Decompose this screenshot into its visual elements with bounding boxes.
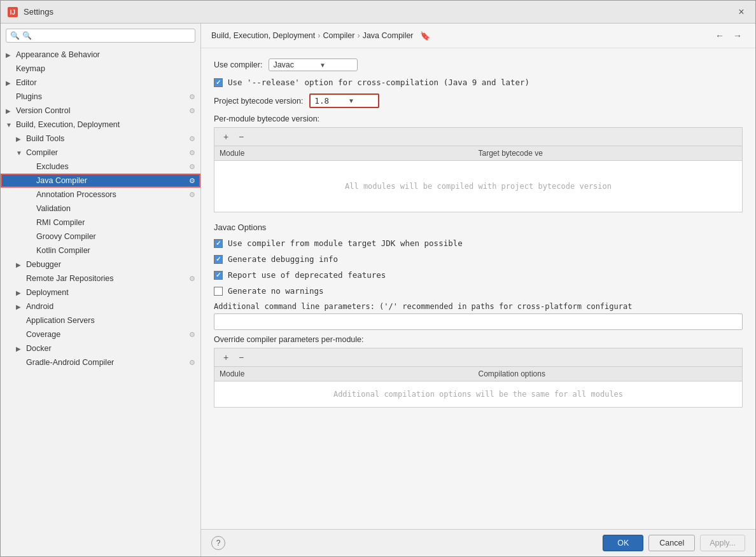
sidebar-item-remote-jar[interactable]: Remote Jar Repositories ⚙ xyxy=(1,272,200,285)
expand-arrow: ▶ xyxy=(16,289,26,296)
sidebar-tree: ▶ Appearance & Behavior Keymap ▶ Editor … xyxy=(1,46,200,556)
override-table-body: Additional compilation options will be t… xyxy=(214,382,742,407)
sidebar-item-build-execution[interactable]: ▼ Build, Execution, Deployment xyxy=(1,118,200,132)
add-override-button[interactable]: + xyxy=(220,351,232,364)
sidebar-item-coverage[interactable]: Coverage ⚙ xyxy=(1,327,200,341)
back-button[interactable]: ← xyxy=(712,29,727,43)
sidebar-item-label: Build Tools xyxy=(26,134,186,143)
expand-arrow: ▶ xyxy=(16,261,26,268)
sidebar-item-build-tools[interactable]: ▶ Build Tools ⚙ xyxy=(1,132,200,146)
sidebar-item-validation[interactable]: Validation xyxy=(1,202,200,216)
breadcrumb-part3: Java Compiler xyxy=(363,31,414,40)
sidebar-item-android[interactable]: ▶ Android xyxy=(1,299,200,313)
app-icon: IJ xyxy=(7,6,18,18)
bookmark-icon[interactable]: 🔖 xyxy=(420,31,430,41)
expand-arrow: ▼ xyxy=(6,121,16,128)
forward-button[interactable]: → xyxy=(730,29,745,43)
cancel-button[interactable]: Cancel xyxy=(648,535,695,551)
sidebar-item-compiler[interactable]: ▼ Compiler ⚙ xyxy=(1,146,200,160)
sidebar-item-label: Build, Execution, Deployment xyxy=(16,120,195,129)
check-icon: ✓ xyxy=(216,272,221,278)
breadcrumb-sep1: › xyxy=(318,31,320,40)
sidebar-item-java-compiler[interactable]: Java Compiler ⚙ xyxy=(1,174,200,188)
bytecode-dropdown-icon: ▼ xyxy=(348,97,354,104)
debugging-label: Generate debugging info xyxy=(228,254,338,264)
compiler-select[interactable]: Javac ▼ xyxy=(269,58,358,71)
sidebar-item-gradle-android[interactable]: Gradle-Android Compiler ⚙ xyxy=(1,355,200,369)
sidebar-item-label: Annotation Processors xyxy=(36,190,186,199)
cmd-line-input[interactable] xyxy=(214,313,743,330)
remove-module-button[interactable]: − xyxy=(235,130,248,143)
apply-button[interactable]: Apply... xyxy=(700,535,745,551)
expand-arrow: ▶ xyxy=(6,52,16,58)
gear-icon: ⚙ xyxy=(189,331,195,339)
right-panel: Build, Execution, Deployment › Compiler … xyxy=(201,24,755,556)
sidebar-item-label: Appearance & Behavior xyxy=(16,50,195,59)
gear-icon: ⚙ xyxy=(189,191,195,199)
sidebar-item-label: Plugins xyxy=(16,92,186,101)
gear-icon: ⚙ xyxy=(189,93,195,101)
module-toolbar: + − xyxy=(214,127,743,146)
module-jdk-label: Use compiler from module target JDK when… xyxy=(228,238,463,248)
sidebar-item-appearance[interactable]: ▶ Appearance & Behavior xyxy=(1,48,200,62)
sidebar-item-docker[interactable]: ▶ Docker xyxy=(1,341,200,355)
panel-body: Use compiler: Javac ▼ ✓ Use '--release' … xyxy=(201,48,755,529)
override-table-header: Module Compilation options xyxy=(214,367,742,382)
expand-arrow: ▶ xyxy=(16,135,26,142)
sidebar-item-label: Java Compiler xyxy=(36,176,186,185)
override-options-col: Compilation options xyxy=(479,369,738,378)
sidebar-item-label: Keymap xyxy=(16,64,195,73)
sidebar-item-label: Compiler xyxy=(26,148,186,157)
gear-icon: ⚙ xyxy=(189,107,195,115)
sidebar-item-excludes[interactable]: Excludes ⚙ xyxy=(1,160,200,174)
ok-button[interactable]: OK xyxy=(603,535,643,551)
window-title: Settings xyxy=(24,7,53,17)
help-button[interactable]: ? xyxy=(211,536,225,550)
compiler-value: Javac xyxy=(273,60,294,69)
bytecode-label: Project bytecode version: xyxy=(214,97,303,106)
sidebar-item-rmi[interactable]: RMI Compiler xyxy=(1,216,200,230)
cross-compile-label: Use '--release' option for cross-compila… xyxy=(228,78,529,87)
search-input[interactable] xyxy=(22,31,191,40)
sidebar-item-label: Kotlin Compiler xyxy=(36,246,195,255)
remove-override-button[interactable]: − xyxy=(235,351,248,364)
override-toolbar: + − xyxy=(214,348,743,366)
cross-compile-row: ✓ Use '--release' option for cross-compi… xyxy=(214,78,743,87)
breadcrumb-part2: Compiler xyxy=(323,31,354,40)
sidebar-item-keymap[interactable]: Keymap xyxy=(1,62,200,76)
sidebar-item-deployment[interactable]: ▶ Deployment xyxy=(1,285,200,299)
module-col-header: Module xyxy=(220,149,479,158)
gear-icon: ⚙ xyxy=(189,163,195,171)
sidebar-item-groovy[interactable]: Groovy Compiler xyxy=(1,230,200,244)
table-empty-text: All modules will be compiled with projec… xyxy=(345,182,612,191)
sidebar-item-label: Docker xyxy=(26,344,195,353)
gear-icon: ⚙ xyxy=(189,275,195,283)
close-button[interactable]: × xyxy=(734,4,749,20)
sidebar-item-debugger[interactable]: ▶ Debugger xyxy=(1,258,200,272)
sidebar-item-editor[interactable]: ▶ Editor xyxy=(1,76,200,90)
bytecode-value: 1.8 xyxy=(314,96,329,106)
cmd-line-label: Additional command line parameters: ('/'… xyxy=(214,302,743,311)
sidebar-item-label: Debugger xyxy=(26,260,195,269)
sidebar-item-kotlin[interactable]: Kotlin Compiler xyxy=(1,244,200,258)
sidebar-item-label: Excludes xyxy=(36,162,186,171)
sidebar-item-plugins[interactable]: Plugins ⚙ xyxy=(1,90,200,104)
main-content: 🔍 ▶ Appearance & Behavior Keymap ▶ Edito… xyxy=(1,24,755,556)
debugging-checkbox[interactable]: ✓ xyxy=(214,255,223,264)
module-jdk-checkbox[interactable]: ✓ xyxy=(214,239,223,248)
cross-compile-checkbox[interactable]: ✓ xyxy=(214,78,223,87)
add-module-button[interactable]: + xyxy=(220,130,232,143)
search-box[interactable]: 🔍 xyxy=(6,29,195,43)
no-warnings-checkbox[interactable] xyxy=(214,287,223,296)
deprecated-checkbox[interactable]: ✓ xyxy=(214,271,223,280)
sidebar-item-version-control[interactable]: ▶ Version Control ⚙ xyxy=(1,104,200,118)
sidebar-item-app-servers[interactable]: Application Servers xyxy=(1,313,200,327)
expand-arrow: ▶ xyxy=(6,107,16,114)
cmd-line-row: Additional command line parameters: ('/'… xyxy=(214,302,743,330)
use-compiler-label: Use compiler: xyxy=(214,60,262,69)
sidebar-item-annotation[interactable]: Annotation Processors ⚙ xyxy=(1,188,200,202)
module-table: Module Target bytecode ve All modules wi… xyxy=(214,146,743,212)
settings-dialog: IJ Settings × 🔍 ▶ Appearance & Behavior xyxy=(0,0,756,557)
bytecode-select[interactable]: 1.8 ▼ xyxy=(309,93,379,108)
sidebar-item-label: RMI Compiler xyxy=(36,218,195,227)
